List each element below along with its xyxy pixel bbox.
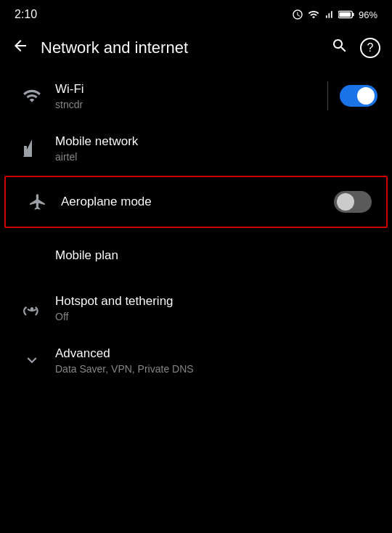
mobile-network-subtitle: airtel: [55, 151, 377, 163]
mobile-network-title: Mobile network: [55, 134, 377, 150]
hotspot-setting[interactable]: Hotspot and tethering Off: [0, 282, 392, 334]
help-icon: ?: [367, 41, 374, 54]
aeroplane-mode-setting[interactable]: Aeroplane mode: [4, 176, 388, 228]
mobile-network-setting[interactable]: Mobile network airtel: [0, 122, 392, 174]
battery-percent: 96%: [359, 9, 377, 20]
mobile-plan-setting[interactable]: Mobile plan: [0, 229, 392, 282]
wifi-divider: [327, 81, 328, 110]
header: Network and internet ?: [0, 26, 392, 70]
signal-status-icon: [324, 9, 334, 20]
advanced-subtitle: Data Saver, VPN, Private DNS: [55, 363, 377, 375]
settings-list: Wi-Fi stncdr Mobile network airtel: [0, 70, 392, 386]
advanced-title: Advanced: [55, 346, 377, 362]
status-icons: 96%: [292, 9, 377, 20]
wifi-content: Wi-Fi stncdr: [49, 81, 327, 110]
wifi-subtitle: stncdr: [55, 99, 327, 110]
aeroplane-mode-title: Aeroplane mode: [61, 194, 334, 210]
mobile-plan-content: Mobile plan: [49, 248, 377, 264]
wifi-status-icon: [308, 9, 319, 20]
hotspot-content: Hotspot and tethering Off: [49, 293, 377, 322]
status-bar: 2:10 96%: [0, 0, 392, 26]
advanced-setting[interactable]: Advanced Data Saver, VPN, Private DNS: [0, 334, 392, 386]
aeroplane-toggle-knob: [337, 193, 354, 211]
wifi-setting[interactable]: Wi-Fi stncdr: [0, 70, 392, 122]
signal-icon: [15, 139, 49, 157]
wifi-title: Wi-Fi: [55, 81, 327, 97]
wifi-toggle-container: [340, 85, 377, 107]
svg-rect-2: [352, 13, 354, 17]
hotspot-icon: [15, 298, 49, 317]
wifi-toggle-knob: [357, 87, 375, 105]
wifi-toggle[interactable]: [340, 85, 377, 107]
aeroplane-toggle[interactable]: [334, 191, 372, 213]
back-button[interactable]: [12, 37, 29, 59]
aeroplane-mode-content: Aeroplane mode: [55, 194, 334, 210]
search-button[interactable]: [331, 37, 348, 59]
advanced-content: Advanced Data Saver, VPN, Private DNS: [49, 346, 377, 375]
chevron-down-icon: [15, 351, 49, 370]
mobile-network-content: Mobile network airtel: [49, 134, 377, 163]
hotspot-subtitle: Off: [55, 311, 377, 322]
alarm-icon: [292, 9, 303, 20]
aeroplane-toggle-container: [334, 191, 372, 213]
hotspot-title: Hotspot and tethering: [55, 293, 377, 309]
svg-rect-1: [339, 12, 351, 17]
battery-status-icon: [338, 9, 354, 20]
page-title: Network and internet: [41, 38, 331, 57]
airplane-icon: [20, 192, 55, 211]
help-button[interactable]: ?: [360, 38, 380, 58]
mobile-plan-title: Mobile plan: [55, 248, 377, 264]
status-time: 2:10: [15, 8, 37, 21]
wifi-icon: [15, 86, 49, 105]
